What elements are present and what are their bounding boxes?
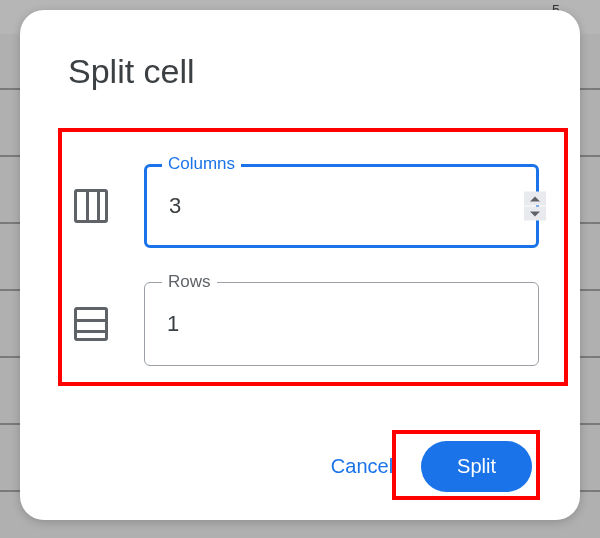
- columns-row: Columns: [74, 164, 564, 248]
- rows-icon: [74, 307, 108, 341]
- rows-row: Rows: [74, 282, 564, 366]
- columns-input[interactable]: [144, 164, 539, 248]
- columns-icon: [74, 189, 108, 223]
- columns-step-up[interactable]: [524, 192, 546, 206]
- rows-input[interactable]: [144, 282, 539, 366]
- columns-stepper: [524, 192, 546, 221]
- columns-field: Columns: [144, 164, 564, 248]
- split-cell-dialog: Split cell Columns Rows Cancel Split: [20, 10, 580, 520]
- columns-step-down[interactable]: [524, 207, 546, 221]
- highlight-split-button: [392, 430, 540, 500]
- cancel-button[interactable]: Cancel: [331, 455, 393, 478]
- rows-field: Rows: [144, 282, 564, 366]
- columns-label: Columns: [162, 154, 241, 174]
- dialog-title: Split cell: [68, 52, 195, 91]
- rows-label: Rows: [162, 272, 217, 292]
